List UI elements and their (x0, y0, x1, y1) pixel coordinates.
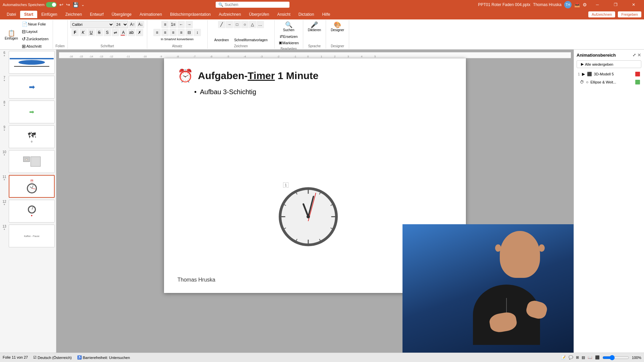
bullets-button[interactable]: ≡ (161, 21, 169, 28)
anim-item-2[interactable]: ⏱ ○ Ellipse & Weit... (577, 79, 641, 85)
abschnitt-button[interactable]: ⊞ Abschnitt (20, 43, 50, 50)
play-all-button[interactable]: ▶ Alle wiedergeben (577, 60, 641, 68)
quick-access-icon[interactable]: ⌄ (81, 2, 85, 7)
slide-thumb-10[interactable]: 📋 (9, 150, 55, 173)
slides-panel[interactable]: 6 * 7 * ➡ (0, 50, 56, 353)
shadow-button[interactable]: S (104, 29, 111, 36)
slide-item-11[interactable]: 11 * ⏰ (1, 175, 55, 198)
align-left-button[interactable]: ≡ (153, 29, 161, 36)
tab-aufzeichnen[interactable]: Aufzeichnen (215, 11, 245, 18)
underline-button[interactable]: U (88, 29, 95, 36)
highlight-button[interactable]: ab (128, 29, 135, 36)
redo-icon[interactable]: ↪ (66, 2, 70, 7)
close-button[interactable]: ✕ (626, 0, 641, 9)
einfuegen-button[interactable]: 📋 Einfügen (3, 29, 20, 41)
shape-arrow-btn[interactable]: → (226, 21, 233, 28)
slide-item-12[interactable]: 12 * ♥ (1, 200, 55, 223)
tab-animationen[interactable]: Animationen (136, 11, 166, 18)
view-present-btn[interactable]: ⬛ (595, 355, 600, 360)
char-space-button[interactable]: ⇌ (112, 29, 119, 36)
slide-item-8[interactable]: 8 * ➡ (1, 101, 55, 123)
anordnen-button[interactable]: Anordnen (212, 37, 231, 43)
columns-button[interactable]: ⊟ (185, 29, 193, 36)
clock-container[interactable] (277, 186, 339, 249)
slide-thumb-12[interactable]: ♥ (9, 200, 55, 223)
slide-title-text[interactable]: Aufgaben-Timer 1 Minute (198, 70, 319, 81)
shape-rect-btn[interactable]: □ (233, 21, 241, 28)
indent-less-button[interactable]: ← (177, 21, 185, 28)
slide-thumb-9[interactable]: 🗺 0 (9, 125, 55, 148)
slide-item-13[interactable]: 13 * Kaffee - Pause (1, 225, 55, 247)
undo-icon[interactable]: ↩ (59, 2, 63, 7)
autosave-toggle[interactable] (46, 2, 57, 7)
font-select[interactable]: Calibri (70, 21, 114, 28)
freigeben-button[interactable]: Freigeben (618, 11, 641, 17)
slide-thumb-11[interactable]: ⏰ (9, 175, 55, 198)
clear-format-button[interactable]: ✗ (136, 29, 143, 36)
tab-dictation[interactable]: Dictation (294, 11, 318, 18)
tab-ueberpruefen[interactable]: Überprüfen (245, 11, 273, 18)
align-right-button[interactable]: ≡ (169, 29, 177, 36)
strike-button[interactable]: S (96, 29, 103, 36)
notes-btn[interactable]: 📝 (561, 355, 566, 360)
slide-thumb-13[interactable]: Kaffee - Pause (9, 225, 55, 247)
tab-ansicht[interactable]: Ansicht (273, 11, 294, 18)
panel-close-button[interactable]: ✕ (637, 52, 641, 58)
ersetzen-button[interactable]: ⇄ Ersetzen (278, 34, 299, 39)
align-center-button[interactable]: ≡ (161, 29, 169, 36)
layout-button[interactable]: ⊟ Layout (20, 28, 50, 35)
tab-einfuegen[interactable]: Einfügen (37, 11, 61, 18)
bold-button[interactable]: F (71, 29, 79, 36)
schnellformat-button[interactable]: Schnellformat­vorlagen (232, 37, 270, 43)
font-size-select[interactable]: 24 (115, 21, 128, 28)
comments-btn[interactable]: 💬 (569, 355, 573, 360)
tab-start[interactable]: Start (20, 11, 37, 18)
anim-item-1[interactable]: 1 ▶ ⬛ 3D-Modell 5 (577, 71, 641, 77)
shape-line-btn[interactable]: ╱ (218, 21, 225, 28)
suchen-button[interactable]: 🔍 Suchen (281, 21, 297, 33)
slide-item-10[interactable]: 10 * 📋 (1, 150, 55, 173)
tab-entwurf[interactable]: Entwurf (86, 11, 108, 18)
neue-folie-button[interactable]: 📄 Neue Folie (20, 21, 50, 27)
share-icon[interactable]: 📤 (574, 2, 580, 7)
panel-expand-icon[interactable]: ⤢ (633, 53, 636, 57)
tab-bildschirmpraesentation[interactable]: Bildschirmpräsentation (166, 11, 215, 18)
font-smaller-btn[interactable]: A↓ (137, 21, 144, 28)
slide-thumb-7[interactable]: ➡ (9, 76, 55, 99)
tab-uebergaenge[interactable]: Übergänge (108, 11, 136, 18)
tab-datei[interactable]: Datei (3, 11, 20, 18)
shape-more-btn[interactable]: … (257, 21, 264, 28)
diktieren-button[interactable]: 🎤 Diktieren (306, 21, 323, 33)
record-button[interactable]: Aufzeichnen (588, 11, 615, 17)
shape-oval-btn[interactable]: ○ (241, 21, 249, 28)
view-normal-btn[interactable]: ⊞ (576, 355, 579, 360)
user-avatar[interactable]: TH (564, 1, 572, 8)
search-bar[interactable]: 🔍 (216, 2, 289, 8)
zoom-slider[interactable] (602, 355, 629, 360)
italic-button[interactable]: K (79, 29, 87, 36)
tab-hilfe[interactable]: Hilfe (318, 11, 334, 18)
minimize-button[interactable]: ─ (590, 0, 605, 9)
tab-zeichnen[interactable]: Zeichnen (61, 11, 86, 18)
search-input[interactable] (225, 2, 278, 7)
smartart-button[interactable]: In SmartArt konvertieren (159, 37, 195, 42)
line-spacing-button[interactable]: ↕ (194, 29, 201, 36)
view-reading-btn[interactable]: 📖 (588, 355, 592, 360)
slide-bullet[interactable]: • Aufbau 3-Schichtig (164, 86, 466, 98)
slide-thumb-8[interactable]: ➡ (9, 101, 55, 123)
slide-thumb-6[interactable] (9, 51, 55, 74)
slide-item-7[interactable]: 7 * ➡ (1, 76, 55, 99)
view-slide-btn[interactable]: ▤ (582, 355, 585, 360)
font-color-button[interactable]: A (120, 29, 127, 36)
save-icon[interactable]: 💾 (73, 2, 78, 7)
justify-button[interactable]: ≡ (177, 29, 185, 36)
slide-item-9[interactable]: 9 * 🗺 0 (1, 125, 55, 148)
markieren-button[interactable]: ▣ Markieren (277, 40, 300, 46)
shape-tri-btn[interactable]: △ (249, 21, 256, 28)
designer-button[interactable]: 🎨 Designer (329, 21, 346, 33)
slide-item-6[interactable]: 6 * (1, 51, 55, 74)
font-bigger-btn[interactable]: A↑ (129, 21, 136, 28)
indent-more-button[interactable]: → (185, 21, 193, 28)
settings-icon[interactable]: ⚙ (583, 2, 587, 7)
restore-button[interactable]: ❐ (608, 0, 623, 9)
